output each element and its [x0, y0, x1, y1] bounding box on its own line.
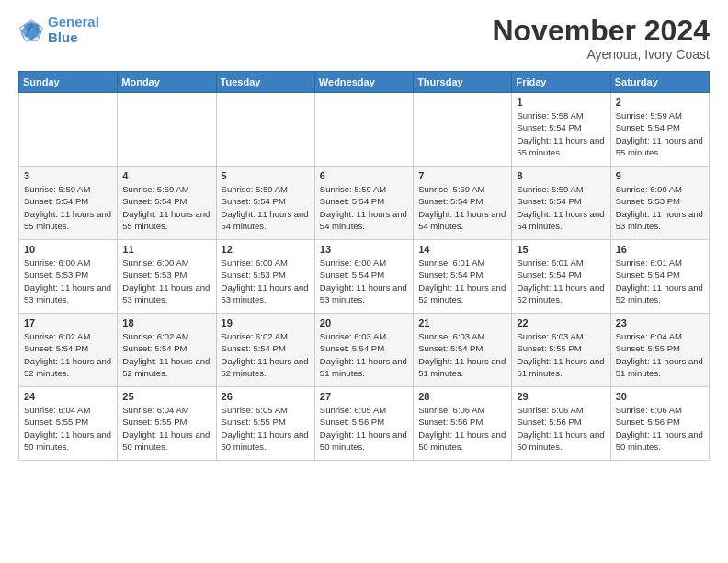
- day-info: Sunrise: 6:01 AMSunset: 5:54 PMDaylight:…: [616, 257, 704, 305]
- calendar-cell: 24Sunrise: 6:04 AMSunset: 5:55 PMDayligh…: [19, 387, 118, 461]
- day-info-line: Daylight: 11 hours and 51 minutes.: [517, 355, 605, 380]
- day-info-line: Daylight: 11 hours and 50 minutes.: [418, 429, 506, 454]
- weekday-header-wednesday: Wednesday: [314, 72, 413, 93]
- day-info: Sunrise: 6:00 AMSunset: 5:53 PMDaylight:…: [222, 257, 310, 305]
- day-info-line: Daylight: 11 hours and 50 minutes.: [616, 429, 704, 454]
- day-info-line: Sunrise: 6:06 AM: [418, 404, 506, 416]
- day-info-line: Sunrise: 5:59 AM: [122, 183, 210, 195]
- day-info-line: Sunset: 5:54 PM: [320, 195, 408, 207]
- calendar-week-1: 1Sunrise: 5:58 AMSunset: 5:54 PMDaylight…: [19, 93, 710, 167]
- logo-line2: Blue: [48, 29, 78, 45]
- day-info: Sunrise: 5:59 AMSunset: 5:54 PMDaylight:…: [222, 183, 310, 232]
- day-info-line: Daylight: 11 hours and 52 minutes.: [517, 282, 605, 306]
- day-number: 21: [418, 317, 506, 328]
- day-info: Sunrise: 6:04 AMSunset: 5:55 PMDaylight:…: [24, 404, 112, 453]
- title-block: November 2024 Ayenoua, Ivory Coast: [492, 15, 710, 62]
- day-info: Sunrise: 6:00 AMSunset: 5:53 PMDaylight:…: [616, 183, 704, 232]
- day-info-line: Sunset: 5:54 PM: [418, 269, 506, 281]
- day-info-line: Daylight: 11 hours and 54 minutes.: [517, 208, 605, 233]
- day-info: Sunrise: 6:03 AMSunset: 5:54 PMDaylight:…: [320, 330, 408, 379]
- calendar-cell: 7Sunrise: 5:59 AMSunset: 5:54 PMDaylight…: [414, 167, 512, 240]
- day-info-line: Daylight: 11 hours and 53 minutes.: [320, 282, 408, 306]
- day-info-line: Daylight: 11 hours and 54 minutes.: [320, 208, 408, 233]
- day-info-line: Sunrise: 5:59 AM: [222, 183, 310, 195]
- day-number: 7: [418, 170, 506, 181]
- day-info-line: Daylight: 11 hours and 55 minutes.: [616, 134, 704, 159]
- calendar-cell: 30Sunrise: 6:06 AMSunset: 5:56 PMDayligh…: [610, 387, 709, 461]
- day-number: 29: [517, 391, 605, 402]
- day-info: Sunrise: 6:04 AMSunset: 5:55 PMDaylight:…: [122, 404, 210, 453]
- day-info-line: Sunrise: 6:00 AM: [24, 257, 112, 269]
- day-info-line: Sunset: 5:55 PM: [122, 416, 210, 428]
- day-number: 26: [222, 391, 310, 402]
- day-info-line: Sunrise: 6:06 AM: [616, 404, 704, 416]
- day-info-line: Daylight: 11 hours and 51 minutes.: [616, 355, 704, 380]
- month-title: November 2024: [492, 15, 710, 47]
- day-info: Sunrise: 5:59 AMSunset: 5:54 PMDaylight:…: [320, 183, 408, 232]
- calendar-cell: 4Sunrise: 5:59 AMSunset: 5:54 PMDaylight…: [118, 167, 216, 240]
- day-number: 16: [616, 244, 704, 255]
- day-number: 17: [24, 317, 112, 328]
- day-info: Sunrise: 6:00 AMSunset: 5:54 PMDaylight:…: [320, 257, 408, 305]
- day-info-line: Sunrise: 6:00 AM: [222, 257, 310, 269]
- calendar-cell: 28Sunrise: 6:06 AMSunset: 5:56 PMDayligh…: [414, 387, 512, 461]
- day-number: 4: [122, 170, 210, 181]
- day-info-line: Daylight: 11 hours and 55 minutes.: [24, 208, 112, 233]
- calendar-cell: 20Sunrise: 6:03 AMSunset: 5:54 PMDayligh…: [314, 314, 413, 387]
- day-info-line: Sunrise: 6:04 AM: [122, 404, 210, 416]
- day-info: Sunrise: 6:06 AMSunset: 5:56 PMDaylight:…: [517, 404, 605, 453]
- calendar-cell: 27Sunrise: 6:05 AMSunset: 5:56 PMDayligh…: [314, 387, 413, 461]
- day-info-line: Sunrise: 6:01 AM: [616, 257, 704, 269]
- day-info-line: Sunrise: 6:05 AM: [222, 404, 310, 416]
- day-info-line: Daylight: 11 hours and 50 minutes.: [517, 429, 605, 454]
- calendar-week-4: 17Sunrise: 6:02 AMSunset: 5:54 PMDayligh…: [19, 314, 710, 387]
- calendar-cell: [19, 93, 118, 167]
- day-info: Sunrise: 5:59 AMSunset: 5:54 PMDaylight:…: [418, 183, 506, 232]
- calendar-cell: 9Sunrise: 6:00 AMSunset: 5:53 PMDaylight…: [610, 167, 709, 240]
- day-info-line: Sunrise: 6:02 AM: [122, 330, 210, 342]
- day-info-line: Sunset: 5:56 PM: [418, 416, 506, 428]
- day-info-line: Sunset: 5:54 PM: [320, 269, 408, 281]
- day-info-line: Sunset: 5:54 PM: [24, 342, 112, 354]
- day-info: Sunrise: 6:06 AMSunset: 5:56 PMDaylight:…: [418, 404, 506, 453]
- day-info: Sunrise: 6:01 AMSunset: 5:54 PMDaylight:…: [517, 257, 605, 305]
- day-info-line: Daylight: 11 hours and 52 minutes.: [418, 282, 506, 306]
- day-number: 19: [222, 317, 310, 328]
- day-info-line: Sunset: 5:56 PM: [320, 416, 408, 428]
- day-info-line: Sunset: 5:55 PM: [517, 342, 605, 354]
- day-number: 22: [517, 317, 605, 328]
- logo-text: General Blue: [48, 15, 99, 45]
- day-info-line: Sunset: 5:53 PM: [122, 269, 210, 281]
- day-info-line: Sunset: 5:56 PM: [517, 416, 605, 428]
- day-info: Sunrise: 6:01 AMSunset: 5:54 PMDaylight:…: [418, 257, 506, 305]
- day-number: 9: [616, 170, 704, 181]
- day-info-line: Sunset: 5:55 PM: [616, 342, 704, 354]
- day-number: 20: [320, 317, 408, 328]
- day-info-line: Daylight: 11 hours and 51 minutes.: [418, 355, 506, 380]
- day-info-line: Daylight: 11 hours and 50 minutes.: [122, 429, 210, 454]
- logo: General Blue: [18, 15, 99, 45]
- day-info-line: Daylight: 11 hours and 50 minutes.: [320, 429, 408, 454]
- calendar-cell: 14Sunrise: 6:01 AMSunset: 5:54 PMDayligh…: [414, 240, 512, 314]
- weekday-header-thursday: Thursday: [414, 72, 512, 93]
- day-info-line: Sunrise: 5:59 AM: [616, 109, 704, 121]
- day-info-line: Sunrise: 6:06 AM: [517, 404, 605, 416]
- day-info-line: Sunset: 5:54 PM: [517, 121, 605, 133]
- day-info-line: Daylight: 11 hours and 53 minutes.: [616, 208, 704, 233]
- calendar-cell: [314, 93, 413, 167]
- day-info-line: Sunset: 5:54 PM: [418, 342, 506, 354]
- calendar-cell: [118, 93, 216, 167]
- day-info-line: Sunrise: 5:59 AM: [24, 183, 112, 195]
- day-info-line: Sunset: 5:55 PM: [222, 416, 310, 428]
- day-info-line: Sunset: 5:53 PM: [24, 269, 112, 281]
- day-info-line: Sunrise: 6:05 AM: [320, 404, 408, 416]
- day-info-line: Daylight: 11 hours and 55 minutes.: [517, 134, 605, 159]
- day-info: Sunrise: 6:00 AMSunset: 5:53 PMDaylight:…: [24, 257, 112, 305]
- day-info-line: Daylight: 11 hours and 54 minutes.: [222, 208, 310, 233]
- day-number: 13: [320, 244, 408, 255]
- day-info: Sunrise: 6:03 AMSunset: 5:54 PMDaylight:…: [418, 330, 506, 379]
- day-info-line: Sunset: 5:54 PM: [517, 195, 605, 207]
- calendar-cell: 3Sunrise: 5:59 AMSunset: 5:54 PMDaylight…: [19, 167, 118, 240]
- day-info-line: Daylight: 11 hours and 50 minutes.: [24, 429, 112, 454]
- day-info-line: Sunset: 5:54 PM: [122, 195, 210, 207]
